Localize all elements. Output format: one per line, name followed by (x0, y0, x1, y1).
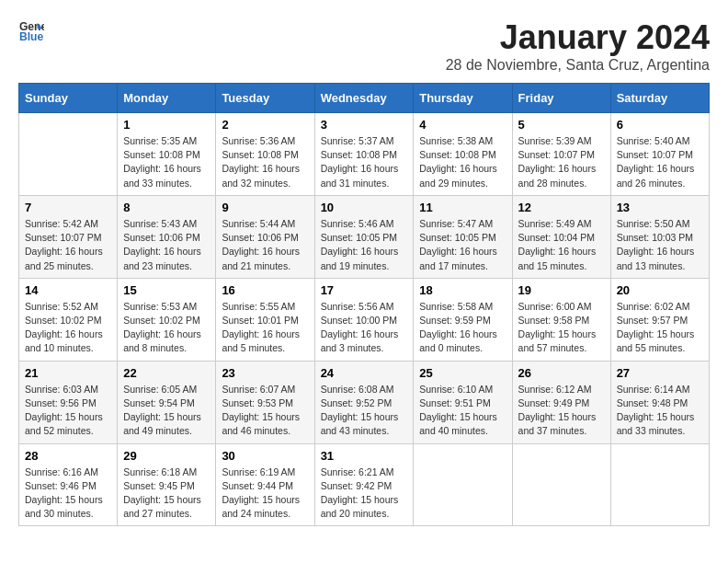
day-number: 7 (25, 201, 111, 214)
calendar-cell (610, 443, 709, 526)
calendar-cell: 15Sunrise: 5:53 AMSunset: 10:02 PMDaylig… (118, 278, 216, 361)
day-number: 2 (222, 118, 308, 132)
calendar-week-row: 14Sunrise: 5:52 AMSunset: 10:02 PMDaylig… (19, 278, 710, 361)
logo: General Blue (18, 18, 44, 44)
weekday-header: Wednesday (314, 84, 414, 113)
weekday-header: Thursday (414, 84, 512, 113)
day-number: 12 (518, 201, 605, 214)
title-section: January 2024 28 de Noviembre, Santa Cruz… (446, 18, 710, 74)
calendar-header: SundayMondayTuesdayWednesdayThursdayFrid… (19, 84, 710, 113)
day-info: Sunrise: 6:08 AMSunset: 9:52 PMDaylight:… (321, 383, 408, 439)
day-number: 31 (321, 449, 408, 463)
calendar-cell (19, 113, 118, 196)
day-info: Sunrise: 6:18 AMSunset: 9:45 PMDaylight:… (123, 465, 210, 522)
weekday-header: Monday (118, 84, 216, 113)
logo-icon: General Blue (18, 18, 44, 44)
calendar-cell: 31Sunrise: 6:21 AMSunset: 9:42 PMDayligh… (314, 443, 414, 526)
day-number: 11 (419, 201, 506, 214)
calendar-cell: 10Sunrise: 5:46 AMSunset: 10:05 PMDaylig… (314, 195, 414, 278)
day-info: Sunrise: 5:46 AMSunset: 10:05 PMDaylight… (321, 217, 408, 273)
calendar-cell: 21Sunrise: 6:03 AMSunset: 9:56 PMDayligh… (19, 361, 118, 443)
day-info: Sunrise: 6:21 AMSunset: 9:42 PMDaylight:… (321, 465, 408, 522)
day-info: Sunrise: 5:56 AMSunset: 10:00 PMDaylight… (321, 300, 408, 356)
calendar-cell: 16Sunrise: 5:55 AMSunset: 10:01 PMDaylig… (216, 278, 314, 361)
calendar-cell: 18Sunrise: 5:58 AMSunset: 9:59 PMDayligh… (414, 278, 512, 361)
calendar-cell: 2Sunrise: 5:36 AMSunset: 10:08 PMDayligh… (216, 113, 314, 196)
day-number: 10 (321, 201, 408, 214)
calendar-cell: 24Sunrise: 6:08 AMSunset: 9:52 PMDayligh… (314, 361, 414, 443)
day-info: Sunrise: 6:00 AMSunset: 9:58 PMDaylight:… (518, 300, 605, 356)
weekday-header: Sunday (19, 84, 118, 113)
weekday-header: Friday (512, 84, 610, 113)
day-info: Sunrise: 5:36 AMSunset: 10:08 PMDaylight… (222, 134, 308, 190)
month-title: January 2024 (446, 18, 710, 57)
day-number: 15 (123, 283, 210, 297)
calendar-cell: 29Sunrise: 6:18 AMSunset: 9:45 PMDayligh… (118, 443, 216, 526)
calendar-cell: 28Sunrise: 6:16 AMSunset: 9:46 PMDayligh… (19, 443, 118, 526)
day-number: 30 (222, 449, 308, 463)
calendar-body: 1Sunrise: 5:35 AMSunset: 10:08 PMDayligh… (19, 113, 710, 526)
day-info: Sunrise: 5:55 AMSunset: 10:01 PMDaylight… (222, 300, 308, 356)
day-number: 5 (518, 118, 605, 132)
subtitle: 28 de Noviembre, Santa Cruz, Argentina (446, 57, 710, 74)
day-info: Sunrise: 5:37 AMSunset: 10:08 PMDaylight… (321, 134, 408, 190)
calendar-cell: 20Sunrise: 6:02 AMSunset: 9:57 PMDayligh… (610, 278, 709, 361)
day-number: 8 (123, 201, 210, 214)
calendar-cell: 3Sunrise: 5:37 AMSunset: 10:08 PMDayligh… (314, 113, 414, 196)
weekday-header: Saturday (610, 84, 709, 113)
day-info: Sunrise: 6:19 AMSunset: 9:44 PMDaylight:… (222, 465, 308, 522)
calendar-week-row: 28Sunrise: 6:16 AMSunset: 9:46 PMDayligh… (19, 443, 710, 526)
day-number: 25 (419, 366, 506, 380)
day-info: Sunrise: 5:43 AMSunset: 10:06 PMDaylight… (123, 217, 210, 273)
calendar-cell: 13Sunrise: 5:50 AMSunset: 10:03 PMDaylig… (610, 195, 709, 278)
weekday-header: Tuesday (216, 84, 314, 113)
calendar-cell: 26Sunrise: 6:12 AMSunset: 9:49 PMDayligh… (512, 361, 610, 443)
day-info: Sunrise: 5:52 AMSunset: 10:02 PMDaylight… (25, 300, 111, 356)
calendar-cell: 11Sunrise: 5:47 AMSunset: 10:05 PMDaylig… (414, 195, 512, 278)
day-number: 13 (617, 201, 703, 214)
day-info: Sunrise: 5:42 AMSunset: 10:07 PMDaylight… (25, 217, 111, 273)
day-number: 27 (617, 366, 703, 380)
calendar-cell: 27Sunrise: 6:14 AMSunset: 9:48 PMDayligh… (610, 361, 709, 443)
day-number: 3 (321, 118, 408, 132)
day-number: 29 (123, 449, 210, 463)
calendar-cell: 23Sunrise: 6:07 AMSunset: 9:53 PMDayligh… (216, 361, 314, 443)
day-number: 21 (25, 366, 111, 380)
day-info: Sunrise: 6:07 AMSunset: 9:53 PMDaylight:… (222, 383, 308, 439)
calendar-cell: 5Sunrise: 5:39 AMSunset: 10:07 PMDayligh… (512, 113, 610, 196)
day-info: Sunrise: 5:35 AMSunset: 10:08 PMDaylight… (123, 134, 210, 190)
day-number: 19 (518, 283, 605, 297)
day-info: Sunrise: 6:16 AMSunset: 9:46 PMDaylight:… (25, 465, 111, 522)
calendar-cell: 30Sunrise: 6:19 AMSunset: 9:44 PMDayligh… (216, 443, 314, 526)
calendar-cell: 25Sunrise: 6:10 AMSunset: 9:51 PMDayligh… (414, 361, 512, 443)
day-number: 22 (123, 366, 210, 380)
day-number: 18 (419, 283, 506, 297)
day-number: 17 (321, 283, 408, 297)
day-number: 26 (518, 366, 605, 380)
calendar-week-row: 1Sunrise: 5:35 AMSunset: 10:08 PMDayligh… (19, 113, 710, 196)
day-number: 4 (419, 118, 506, 132)
day-number: 24 (321, 366, 408, 380)
day-info: Sunrise: 5:53 AMSunset: 10:02 PMDaylight… (123, 300, 210, 356)
day-number: 16 (222, 283, 308, 297)
day-number: 28 (25, 449, 111, 463)
day-info: Sunrise: 5:44 AMSunset: 10:06 PMDaylight… (222, 217, 308, 273)
calendar-cell (414, 443, 512, 526)
day-info: Sunrise: 5:58 AMSunset: 9:59 PMDaylight:… (419, 300, 506, 356)
day-info: Sunrise: 6:14 AMSunset: 9:48 PMDaylight:… (617, 383, 703, 439)
calendar-cell: 17Sunrise: 5:56 AMSunset: 10:00 PMDaylig… (314, 278, 414, 361)
calendar-cell: 9Sunrise: 5:44 AMSunset: 10:06 PMDayligh… (216, 195, 314, 278)
calendar-cell: 1Sunrise: 5:35 AMSunset: 10:08 PMDayligh… (118, 113, 216, 196)
calendar-cell: 22Sunrise: 6:05 AMSunset: 9:54 PMDayligh… (118, 361, 216, 443)
calendar-cell: 19Sunrise: 6:00 AMSunset: 9:58 PMDayligh… (512, 278, 610, 361)
calendar-cell: 14Sunrise: 5:52 AMSunset: 10:02 PMDaylig… (19, 278, 118, 361)
calendar-cell: 8Sunrise: 5:43 AMSunset: 10:06 PMDayligh… (118, 195, 216, 278)
calendar-table: SundayMondayTuesdayWednesdayThursdayFrid… (18, 83, 710, 526)
day-info: Sunrise: 6:10 AMSunset: 9:51 PMDaylight:… (419, 383, 506, 439)
svg-text:Blue: Blue (19, 30, 44, 43)
day-info: Sunrise: 5:38 AMSunset: 10:08 PMDaylight… (419, 134, 506, 190)
day-number: 9 (222, 201, 308, 214)
day-info: Sunrise: 6:03 AMSunset: 9:56 PMDaylight:… (25, 383, 111, 439)
calendar-cell: 4Sunrise: 5:38 AMSunset: 10:08 PMDayligh… (414, 113, 512, 196)
day-info: Sunrise: 6:05 AMSunset: 9:54 PMDaylight:… (123, 383, 210, 439)
